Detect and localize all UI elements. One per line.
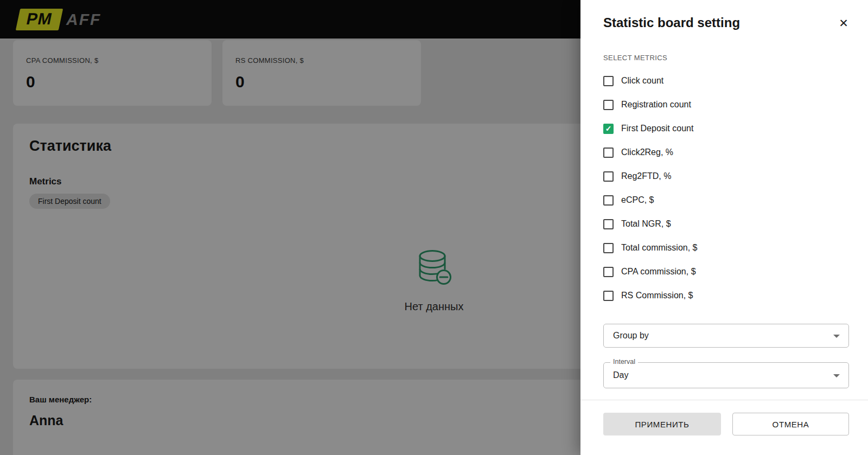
metric-row-1[interactable]: Registration count [603,93,849,117]
metric-row-6[interactable]: Total NGR, $ [603,212,849,236]
group-by-value: Group by [613,331,649,341]
metric-row-7[interactable]: Total commission, $ [603,236,849,260]
cancel-button[interactable]: ОТМЕНА [732,413,849,435]
close-icon[interactable]: ✕ [835,15,852,31]
checkbox-unchecked-icon[interactable] [603,291,614,301]
metric-row-5[interactable]: eCPC, $ [603,188,849,212]
metric-row-0[interactable]: Click count [603,69,849,93]
statistic-board-setting-drawer: Statistic board setting ✕ SELECT METRICS… [580,0,868,455]
metric-label: Total NGR, $ [621,219,671,229]
checkbox-unchecked-icon[interactable] [603,195,614,206]
metric-row-8[interactable]: CPA commission, $ [603,260,849,284]
checkbox-unchecked-icon[interactable] [603,76,614,86]
metric-label: eCPC, $ [621,195,654,205]
metric-row-2[interactable]: ✓First Deposit count [603,117,849,140]
checkbox-checked-icon[interactable]: ✓ [603,124,614,134]
drawer-footer: ПРИМЕНИТЬ ОТМЕНА [580,400,868,455]
group-by-select[interactable]: Group by [603,324,849,348]
metric-label: Total commission, $ [621,243,698,253]
metrics-list: Click countRegistration count✓First Depo… [603,69,849,307]
select-metrics-label: SELECT METRICS [603,54,667,62]
metric-label: First Deposit count [621,124,693,133]
metric-label: RS Commission, $ [621,291,693,300]
chevron-down-icon [833,374,840,377]
metric-label: Click count [621,76,663,86]
interval-select-label: Interval [610,358,638,366]
drawer-title: Statistic board setting [603,15,740,30]
metric-row-4[interactable]: Reg2FTD, % [603,164,849,188]
metric-label: CPA commission, $ [621,267,696,277]
interval-select[interactable]: Interval Day [603,362,849,388]
metric-label: Click2Reg, % [621,148,673,157]
checkbox-unchecked-icon[interactable] [603,100,614,110]
metric-label: Registration count [621,100,691,110]
metric-row-9[interactable]: RS Commission, $ [603,284,849,307]
metric-row-3[interactable]: Click2Reg, % [603,140,849,164]
checkbox-unchecked-icon[interactable] [603,219,614,229]
checkbox-unchecked-icon[interactable] [603,243,614,253]
apply-button[interactable]: ПРИМЕНИТЬ [603,413,721,435]
chevron-down-icon [833,335,840,338]
checkbox-unchecked-icon[interactable] [603,267,614,277]
metric-label: Reg2FTD, % [621,171,671,181]
interval-value: Day [613,370,628,380]
checkbox-unchecked-icon[interactable] [603,148,614,158]
checkbox-unchecked-icon[interactable] [603,171,614,182]
